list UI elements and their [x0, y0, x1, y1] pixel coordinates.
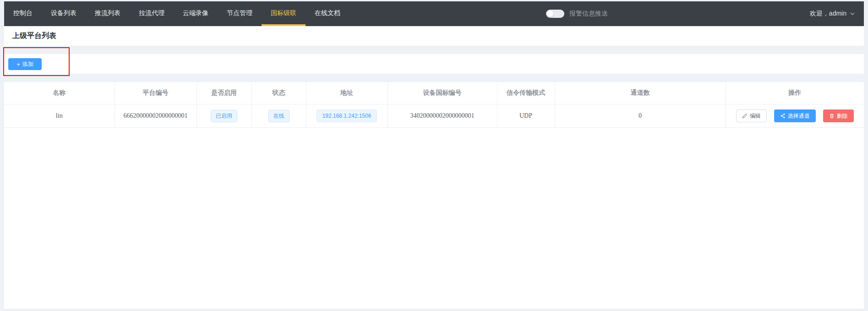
nav-item-pull-proxy[interactable]: 拉流代理 [130, 1, 174, 26]
cell-enabled: 已启用 [197, 104, 251, 128]
toggle-knob-icon [547, 11, 553, 17]
page-title: 上级平台列表 [12, 31, 56, 41]
share-icon [780, 113, 786, 119]
nav-item-device-list[interactable]: 设备列表 [42, 1, 86, 26]
spacer [4, 74, 864, 82]
welcome-text: 欢迎，admin [810, 10, 846, 18]
col-header-channels: 通道数 [555, 82, 726, 104]
col-header-status: 状态 [251, 82, 306, 104]
app-container: 控制台 设备列表 推流列表 拉流代理 云端录像 节点管理 国标级联 在线文档 报… [4, 1, 864, 309]
chevron-down-icon [850, 11, 855, 16]
col-header-operations: 操作 [726, 82, 864, 104]
cell-channels: 0 [555, 104, 726, 128]
col-header-name: 名称 [4, 82, 115, 104]
nav-item-console[interactable]: 控制台 [4, 1, 42, 26]
address-tag: 192.168.1.242:1506 [317, 109, 377, 122]
col-header-device-gb-id: 设备国标编号 [388, 82, 497, 104]
col-header-enabled: 是否启用 [197, 82, 251, 104]
add-button-label: 添加 [22, 60, 33, 68]
top-nav: 控制台 设备列表 推流列表 拉流代理 云端录像 节点管理 国标级联 在线文档 报… [4, 1, 864, 26]
toolbar: + 添加 [4, 54, 864, 74]
cell-address: 192.168.1.242:1506 [306, 104, 388, 128]
cell-platform-id: 66620000002000000001 [115, 104, 197, 128]
delete-button-label: 删除 [837, 112, 848, 120]
cell-status: 在线 [251, 104, 306, 128]
trash-icon [829, 113, 835, 119]
table-header-row: 名称 平台编号 是否启用 状态 地址 设备国标编号 信令传输模式 通道数 操作 [4, 82, 864, 104]
alarm-push-toggle[interactable] [546, 10, 564, 18]
title-bar: 上级平台列表 [4, 26, 864, 46]
edit-button[interactable]: 编辑 [736, 109, 767, 122]
plus-icon: + [16, 61, 20, 67]
delete-button[interactable]: 删除 [823, 109, 854, 122]
nav-item-cloud-record[interactable]: 云端录像 [174, 1, 218, 26]
select-channel-button[interactable]: 选择通道 [774, 109, 816, 122]
table-row: lin 66620000002000000001 已启用 在线 192.168.… [4, 104, 864, 128]
edit-button-label: 编辑 [750, 112, 761, 120]
status-badge: 在线 [268, 110, 289, 122]
spacer [4, 46, 864, 54]
nav-item-gb-cascade[interactable]: 国标级联 [262, 1, 306, 26]
nav-item-node-manage[interactable]: 节点管理 [218, 1, 262, 26]
alarm-push-label: 报警信息推送 [569, 10, 608, 18]
col-header-platform-id: 平台编号 [115, 82, 197, 104]
nav-item-online-docs[interactable]: 在线文档 [306, 1, 349, 26]
select-channel-button-label: 选择通道 [788, 112, 810, 120]
enabled-badge: 已启用 [211, 110, 237, 122]
col-header-address: 地址 [306, 82, 388, 104]
add-button[interactable]: + 添加 [8, 58, 42, 70]
cell-device-gb-id: 34020000002000000001 [388, 104, 497, 128]
col-header-transport: 信令传输模式 [497, 82, 555, 104]
pencil-icon [742, 113, 748, 119]
nav-item-push-list[interactable]: 推流列表 [86, 1, 130, 26]
cell-name: lin [4, 104, 115, 128]
platform-table-card: 名称 平台编号 是否启用 状态 地址 设备国标编号 信令传输模式 通道数 操作 … [4, 82, 864, 309]
cell-transport: UDP [497, 104, 555, 128]
user-menu[interactable]: 欢迎，admin [810, 10, 864, 18]
platform-table: 名称 平台编号 是否启用 状态 地址 设备国标编号 信令传输模式 通道数 操作 … [4, 82, 864, 128]
cell-operations: 编辑 选择通道 删除 [726, 104, 864, 128]
